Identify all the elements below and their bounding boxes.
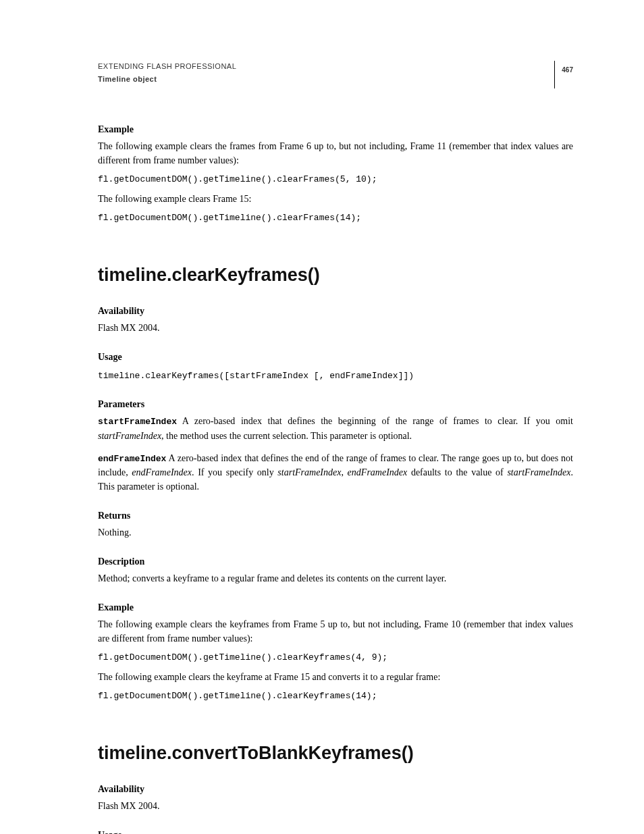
example-mid: The following example clears Frame 15: <box>98 192 573 206</box>
returns-heading: Returns <box>98 509 573 523</box>
description-heading: Description <box>98 554 573 569</box>
param-text: , <box>341 467 347 477</box>
header-left: EXTENDING FLASH PROFESSIONAL Timeline ob… <box>98 61 236 84</box>
param-ital: startFrameIndex <box>98 431 161 441</box>
param-text: . If you specify only <box>192 467 277 477</box>
code-block: fl.getDocumentDOM().getTimeline().clearK… <box>98 651 573 664</box>
param-text: , the method uses the current selection.… <box>161 431 412 441</box>
example-heading: Example <box>98 600 573 615</box>
param-endframeindex: endFrameIndex A zero-based index that de… <box>98 451 573 494</box>
param-name: startFrameIndex <box>98 417 177 427</box>
param-ital: endFrameIndex <box>348 467 408 477</box>
usage-heading: Usage <box>98 828 573 835</box>
page-number: 467 <box>554 61 573 88</box>
availability-value: Flash MX 2004. <box>98 799 573 813</box>
returns-value: Nothing. <box>98 525 573 540</box>
param-ital: startFrameIndex <box>277 467 341 477</box>
code-block: fl.getDocumentDOM().getTimeline().clearF… <box>98 211 573 225</box>
page-header: EXTENDING FLASH PROFESSIONAL Timeline ob… <box>98 61 573 88</box>
availability-value: Flash MX 2004. <box>98 321 573 335</box>
usage-heading: Usage <box>98 350 573 364</box>
doc-title: EXTENDING FLASH PROFESSIONAL <box>98 61 236 72</box>
param-ital: startFrameIndex <box>507 467 570 477</box>
method-title-converttoblankkeyframes: timeline.convertToBlankKeyframes() <box>98 739 573 767</box>
example-heading: Example <box>98 122 573 136</box>
param-text: A zero-based index that defines the begi… <box>177 416 573 426</box>
availability-heading: Availability <box>98 782 573 796</box>
description-value: Method; converts a keyframe to a regular… <box>98 571 573 585</box>
param-name: endFrameIndex <box>98 454 166 464</box>
example-mid: The following example clears the keyfram… <box>98 670 573 684</box>
usage-code: timeline.clearKeyframes([startFrameIndex… <box>98 369 573 383</box>
code-block: fl.getDocumentDOM().getTimeline().clearK… <box>98 689 573 703</box>
example-intro: The following example clears the keyfram… <box>98 617 573 646</box>
param-text: defaults to the value of <box>407 467 507 477</box>
availability-heading: Availability <box>98 304 573 318</box>
method-title-clearkeyframes: timeline.clearKeyframes() <box>98 261 573 289</box>
doc-subtitle: Timeline object <box>98 74 236 85</box>
parameters-heading: Parameters <box>98 397 573 411</box>
example-intro: The following example clears the frames … <box>98 139 573 167</box>
code-block: fl.getDocumentDOM().getTimeline().clearF… <box>98 173 573 186</box>
param-ital: endFrameIndex <box>132 467 192 477</box>
param-startframeindex: startFrameIndex A zero-based index that … <box>98 414 573 443</box>
